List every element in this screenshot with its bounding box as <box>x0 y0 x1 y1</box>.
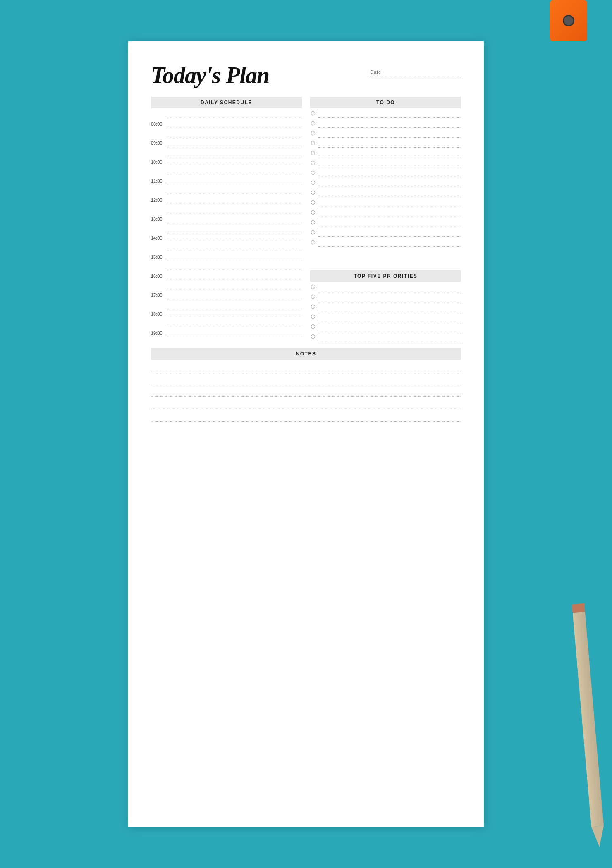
schedule-line <box>167 156 302 165</box>
sharpener-decoration <box>550 0 587 58</box>
schedule-row-08: 08:00 <box>151 108 302 127</box>
todo-item-3 <box>310 128 461 138</box>
schedule-line <box>167 147 302 156</box>
schedule-line <box>167 232 302 241</box>
todo-checkbox-3[interactable] <box>311 131 315 135</box>
time-13: 13:00 <box>151 217 167 222</box>
priority-line-1 <box>318 282 461 291</box>
schedule-line <box>167 289 302 298</box>
todo-item-10 <box>310 198 461 207</box>
date-section: Date <box>370 62 461 76</box>
todo-item-5 <box>310 148 461 158</box>
notes-line-3 <box>151 384 461 397</box>
todo-checkbox-7[interactable] <box>311 171 315 175</box>
daily-schedule-col: DAILY SCHEDULE 08:00 09:00 10:00 <box>151 97 302 341</box>
priority-checkbox-5[interactable] <box>311 324 315 329</box>
time-15: 15:00 <box>151 255 167 260</box>
todo-header: TO DO <box>310 97 461 108</box>
todo-line-9 <box>318 188 461 197</box>
todo-checkbox-2[interactable] <box>311 121 315 125</box>
time-12: 12:00 <box>151 198 167 203</box>
time-17: 17:00 <box>151 293 167 298</box>
notes-section: NOTES <box>151 348 461 422</box>
todo-item-12 <box>310 217 461 227</box>
time-11: 11:00 <box>151 179 167 184</box>
priority-checkbox-2[interactable] <box>311 295 315 299</box>
priority-line-5 <box>318 322 461 331</box>
todo-item-11 <box>310 207 461 217</box>
todo-checkbox-4[interactable] <box>311 141 315 145</box>
schedule-row-19: 19:00 <box>151 317 302 336</box>
schedule-line <box>167 299 302 308</box>
page-title: Today's Plan <box>151 62 370 88</box>
time-16: 16:00 <box>151 274 167 279</box>
todo-line-2 <box>318 119 461 128</box>
todo-item-2 <box>310 118 461 128</box>
schedule-line <box>167 194 302 203</box>
todo-item-1 <box>310 108 461 118</box>
todo-line-3 <box>318 129 461 138</box>
schedule-row-15: 15:00 <box>151 241 302 260</box>
schedule-line <box>167 166 302 175</box>
pencil-decoration <box>573 612 606 851</box>
schedule-line <box>167 223 302 232</box>
todo-section: TO DO <box>310 97 461 247</box>
schedule-line <box>167 308 302 317</box>
daily-schedule-header: DAILY SCHEDULE <box>151 97 302 108</box>
priority-checkbox-3[interactable] <box>311 305 315 309</box>
time-10: 10:00 <box>151 160 167 165</box>
schedule-row-14: 14:00 <box>151 222 302 241</box>
todo-checkbox-6[interactable] <box>311 161 315 165</box>
priority-item-4 <box>310 312 461 322</box>
todo-item-8 <box>310 178 461 188</box>
schedule-line <box>167 175 302 184</box>
main-content: DAILY SCHEDULE 08:00 09:00 10:00 <box>151 97 461 341</box>
todo-checkbox-9[interactable] <box>311 191 315 195</box>
priority-checkbox-1[interactable] <box>311 285 315 289</box>
schedule-line <box>167 318 302 327</box>
paper: Today's Plan Date DAILY SCHEDULE 08:00 0… <box>128 41 484 827</box>
todo-checkbox-11[interactable] <box>311 210 315 215</box>
todo-checkbox-8[interactable] <box>311 181 315 185</box>
schedule-line <box>167 270 302 279</box>
time-09: 09:00 <box>151 141 167 146</box>
schedule-line <box>167 242 302 251</box>
todo-item-7 <box>310 168 461 178</box>
priority-item-2 <box>310 292 461 302</box>
schedule-row-17: 17:00 <box>151 279 302 298</box>
schedule-line <box>167 251 302 260</box>
todo-checkbox-13[interactable] <box>311 230 315 234</box>
notes-line-2 <box>151 372 461 384</box>
todo-checkbox-12[interactable] <box>311 220 315 224</box>
schedule-row-18: 18:00 <box>151 298 302 317</box>
schedule-row-16: 16:00 <box>151 260 302 279</box>
schedule-row-13: 13:00 <box>151 203 302 222</box>
schedule-row-10: 10:00 <box>151 146 302 165</box>
todo-line-8 <box>318 178 461 187</box>
priority-checkbox-6[interactable] <box>311 334 315 339</box>
schedule-line <box>167 128 302 137</box>
date-label: Date <box>370 69 381 74</box>
time-14: 14:00 <box>151 236 167 241</box>
todo-line-5 <box>318 148 461 157</box>
notes-line-5 <box>151 409 461 422</box>
todo-line-7 <box>318 168 461 177</box>
priority-checkbox-4[interactable] <box>311 315 315 319</box>
schedule-row-09: 09:00 <box>151 127 302 146</box>
schedule-line <box>167 118 302 127</box>
todo-checkbox-10[interactable] <box>311 200 315 205</box>
todo-line-1 <box>318 109 461 118</box>
priority-line-2 <box>318 292 461 301</box>
todo-checkbox-5[interactable] <box>311 151 315 155</box>
priority-item-1 <box>310 282 461 292</box>
schedule-line <box>167 137 302 146</box>
todo-item-4 <box>310 138 461 148</box>
todo-checkbox-1[interactable] <box>311 111 315 115</box>
notes-line-4 <box>151 397 461 409</box>
todo-checkbox-14[interactable] <box>311 240 315 244</box>
schedule-line <box>167 204 302 213</box>
notes-line-1 <box>151 360 461 372</box>
todo-item-13 <box>310 227 461 237</box>
todo-line-6 <box>318 158 461 167</box>
priority-line-3 <box>318 302 461 311</box>
